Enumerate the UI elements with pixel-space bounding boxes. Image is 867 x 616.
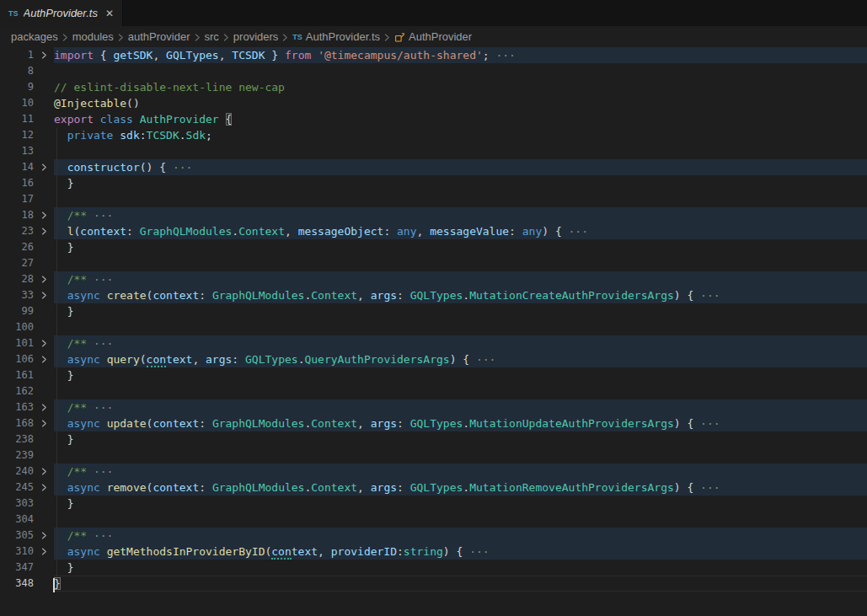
code-line-9[interactable]: 9// eslint-disable-next-line new-cap	[0, 79, 867, 95]
tab-bar: TS AuthProvider.ts ✕	[0, 0, 867, 26]
code-token: ,	[357, 481, 371, 494]
line-number: 9	[0, 79, 34, 95]
code-token: ···	[700, 417, 720, 430]
breadcrumb-item-authprovider[interactable]: AuthProvider	[394, 30, 472, 43]
line-number: 101	[0, 335, 34, 351]
code-token	[54, 545, 67, 558]
code-line-27[interactable]: 27	[0, 255, 867, 271]
fold-chevron-icon[interactable]	[34, 479, 54, 495]
code-line-162[interactable]: 162	[0, 383, 867, 399]
fold-chevron-icon[interactable]	[34, 335, 54, 351]
breadcrumb-item-label: authProvider	[128, 30, 190, 43]
code-line-23[interactable]: 23 l(context: GraphQLModules.Context, me…	[0, 223, 867, 239]
code-token: .	[179, 129, 186, 142]
code-token: any	[397, 225, 416, 238]
fold-chevron-icon[interactable]	[34, 399, 54, 415]
code-text: /** ···	[54, 528, 867, 544]
vscode-window: TS AuthProvider.ts ✕ packagesmodulesauth…	[0, 0, 867, 616]
breadcrumb-item-providers[interactable]: providers	[233, 30, 278, 43]
fold-chevron-icon[interactable]	[34, 463, 54, 479]
editor[interactable]: 1import { getSDK, GQLTypes, TCSDK } from…	[0, 47, 867, 616]
code-line-26[interactable]: 26 }	[0, 239, 867, 255]
code-line-33[interactable]: 33 async create(context: GraphQLModules.…	[0, 287, 867, 303]
line-number: 18	[0, 207, 34, 223]
code-line-161[interactable]: 161 }	[0, 367, 867, 383]
line-number: 162	[0, 383, 34, 399]
code-line-28[interactable]: 28 /** ···	[0, 271, 867, 287]
code-token: ···	[87, 401, 113, 414]
code-token: create	[107, 289, 147, 302]
code-line-168[interactable]: 168 async update(context: GraphQLModules…	[0, 415, 867, 431]
code-line-347[interactable]: 347 }	[0, 560, 867, 576]
code-token	[100, 481, 107, 494]
code-line-101[interactable]: 101 /** ···	[0, 335, 867, 351]
line-number: 168	[0, 415, 34, 431]
code-token: }	[265, 49, 285, 62]
code-line-348[interactable]: 348}	[0, 576, 867, 592]
line-number: 10	[0, 95, 34, 111]
code-token: constructor	[67, 161, 140, 174]
code-token: GraphQLModules	[212, 417, 305, 430]
line-number: 310	[0, 544, 34, 560]
code-line-1[interactable]: 1import { getSDK, GQLTypes, TCSDK } from…	[0, 47, 867, 63]
fold-chevron-icon[interactable]	[34, 351, 54, 367]
code-token: }	[54, 241, 73, 254]
code-line-106[interactable]: 106 async query(context, args: GQLTypes.…	[0, 351, 867, 367]
code-line-12[interactable]: 12 private sdk:TCSDK.Sdk;	[0, 127, 867, 143]
code-text: }	[54, 560, 867, 576]
fold-chevron-icon[interactable]	[34, 528, 54, 544]
code-token: text	[166, 353, 192, 366]
close-icon[interactable]: ✕	[104, 7, 115, 20]
code-line-163[interactable]: 163 /** ···	[0, 399, 867, 415]
fold-chevron-icon[interactable]	[34, 47, 54, 63]
fold-chevron-icon[interactable]	[34, 159, 54, 175]
code-token: }	[54, 561, 73, 574]
code-token: private	[67, 129, 114, 142]
code-line-11[interactable]: 11export class AuthProvider {	[0, 111, 867, 127]
code-line-17[interactable]: 17	[0, 191, 867, 207]
fold-chevron-icon[interactable]	[34, 415, 54, 431]
line-number: 1	[0, 47, 34, 63]
code-text	[54, 319, 867, 335]
code-line-99[interactable]: 99 }	[0, 303, 867, 319]
fold-chevron-icon[interactable]	[34, 287, 54, 303]
code-token: ···	[569, 225, 588, 238]
code-text	[54, 383, 867, 399]
code-line-310[interactable]: 310 async getMethodsInProviderByID(conte…	[0, 544, 867, 560]
code-line-304[interactable]: 304	[0, 512, 867, 528]
code-token: ) {	[542, 225, 568, 238]
breadcrumb-item-authprovider-ts[interactable]: TSAuthProvider.ts	[292, 30, 380, 43]
code-line-18[interactable]: 18 /** ···	[0, 207, 867, 223]
breadcrumb-item-modules[interactable]: modules	[72, 30, 114, 43]
breadcrumb-item-authprovider[interactable]: authProvider	[128, 30, 190, 43]
breadcrumb-item-packages[interactable]: packages	[11, 30, 58, 43]
code-line-10[interactable]: 10@Injectable()	[0, 95, 867, 111]
code-line-238[interactable]: 238 }	[0, 431, 867, 447]
gutter-spacer	[34, 303, 54, 319]
code-line-239[interactable]: 239	[0, 447, 867, 463]
fold-chevron-icon[interactable]	[34, 223, 54, 239]
chevron-right-icon	[40, 404, 48, 411]
code-line-13[interactable]: 13	[0, 143, 867, 159]
fold-chevron-icon[interactable]	[34, 207, 54, 223]
code-token: ,	[318, 545, 331, 558]
code-token: remove	[107, 481, 147, 494]
code-line-245[interactable]: 245 async remove(context: GraphQLModules…	[0, 479, 867, 495]
fold-chevron-icon[interactable]	[34, 271, 54, 287]
code-line-305[interactable]: 305 /** ···	[0, 528, 867, 544]
code-line-240[interactable]: 240 /** ···	[0, 463, 867, 479]
code-line-100[interactable]: 100	[0, 319, 867, 335]
breadcrumb-item-src[interactable]: src	[205, 30, 219, 43]
gutter-spacer	[34, 447, 54, 463]
code-line-14[interactable]: 14 constructor() { ···	[0, 159, 867, 175]
code-token: ,	[357, 289, 371, 302]
code-token: /**	[67, 401, 87, 414]
code-line-16[interactable]: 16 }	[0, 175, 867, 191]
code-text: /** ···	[54, 399, 867, 415]
code-line-8[interactable]: 8	[0, 63, 867, 79]
tab-authprovider[interactable]: TS AuthProvider.ts ✕	[0, 0, 123, 26]
fold-chevron-icon[interactable]	[34, 544, 54, 560]
code-line-303[interactable]: 303 }	[0, 495, 867, 512]
line-number: 11	[0, 111, 34, 127]
code-token	[100, 353, 107, 366]
